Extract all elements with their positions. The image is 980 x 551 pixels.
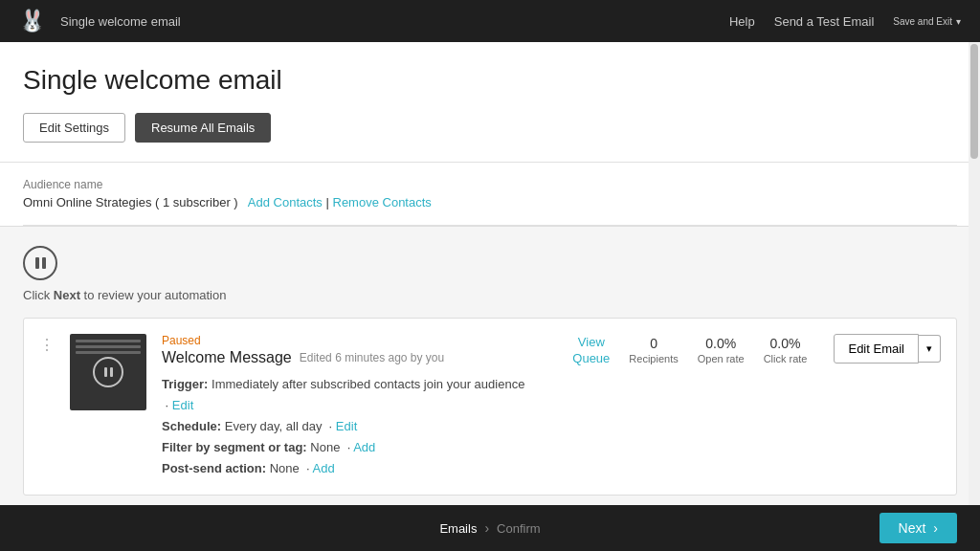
email-thumbnail (70, 334, 146, 410)
remove-contacts-link[interactable]: Remove Contacts (333, 195, 432, 209)
gray-section: Click Next to review your automation ⋮ (0, 226, 980, 515)
open-rate-value: 0.0% (698, 336, 745, 351)
scrollbar-thumb[interactable] (970, 44, 978, 159)
thumb-line (76, 345, 141, 348)
click-rate-stat: 0.0% Click rate (764, 336, 808, 364)
add-contacts-link[interactable]: Add Contacts (248, 195, 323, 209)
email-stats: ViewQueue 0 Recipients 0.0% Open rate 0.… (572, 334, 807, 365)
click-next-text: Click Next to review your automation (23, 288, 957, 302)
save-exit-button[interactable]: Save and Exit ▾ (893, 16, 961, 27)
audience-name: Omni Online Strategies ( 1 subscriber ) (23, 195, 238, 209)
click-rate-value: 0.0% (764, 336, 808, 351)
recipients-stat: 0 Recipients (629, 336, 678, 364)
save-exit-caret-icon: ▾ (956, 16, 961, 27)
filter-label: Filter by segment or tag: (162, 440, 307, 454)
bottom-bar: Emails › Confirm Next › (0, 505, 980, 515)
help-link[interactable]: Help (729, 14, 755, 29)
thumb-pause-overlay (93, 357, 123, 387)
trigger-value: Immediately after subscribed contacts jo… (212, 377, 524, 391)
mailchimp-logo-icon: 🐰 (19, 9, 45, 33)
thumb-line (76, 351, 141, 354)
email-name: Welcome Message (162, 349, 292, 366)
pause-bar-left (35, 257, 39, 269)
pause-bar-right (42, 257, 46, 269)
filter-row: Filter by segment or tag: None · Add (162, 437, 546, 458)
postsend-value: None (270, 461, 300, 475)
email-info: Paused Welcome Message Edited 6 minutes … (162, 334, 546, 479)
email-status-badge: Paused (162, 334, 546, 347)
page-title: Single welcome email (23, 65, 957, 96)
filter-value: None (310, 440, 340, 454)
main-content: Single welcome email Edit Settings Resum… (0, 42, 980, 515)
topnav-title: Single welcome email (60, 14, 181, 29)
email-meta: Trigger: Immediately after subscribed co… (162, 374, 546, 479)
schedule-value: Every day, all day (225, 419, 323, 433)
thumb-line (76, 340, 141, 342)
click-rate-label: Click rate (764, 353, 808, 364)
topnav-left: 🐰 Single welcome email (19, 9, 181, 33)
audience-section: Audience name Omni Online Strategies ( 1… (23, 163, 957, 226)
email-card: ⋮ Paused Welcome Me (23, 318, 957, 496)
postsend-label: Post-send action: (162, 461, 266, 475)
scrollbar-track (969, 42, 980, 505)
email-edited-text: Edited 6 minutes ago by you (300, 351, 444, 364)
audience-value: Omni Online Strategies ( 1 subscriber ) … (23, 195, 957, 209)
postsend-row: Post-send action: None · Add (162, 458, 546, 479)
view-queue-link[interactable]: ViewQueue (572, 335, 610, 365)
schedule-row: Schedule: Every day, all day · Edit (162, 416, 546, 437)
open-rate-stat: 0.0% Open rate (698, 336, 745, 364)
recipients-count: 0 (629, 336, 678, 351)
open-rate-label: Open rate (698, 353, 745, 364)
action-buttons: Edit Settings Resume All Emails (23, 113, 957, 143)
edit-email-button[interactable]: Edit Email (834, 334, 919, 364)
topnav: 🐰 Single welcome email Help Send a Test … (0, 0, 980, 42)
edit-email-button-group: Edit Email ▾ (834, 334, 941, 364)
edit-email-caret-button[interactable]: ▾ (919, 335, 941, 363)
pipe-separator: | (326, 195, 333, 209)
postsend-add-link[interactable]: Add (313, 461, 335, 475)
audience-label: Audience name (23, 178, 957, 191)
schedule-label: Schedule: (162, 419, 221, 433)
pause-icon[interactable] (23, 246, 57, 280)
edit-settings-button[interactable]: Edit Settings (23, 113, 125, 143)
trigger-edit-link[interactable]: Edit (172, 398, 193, 412)
drag-handle-icon[interactable]: ⋮ (39, 334, 55, 353)
trigger-row: Trigger: Immediately after subscribed co… (162, 374, 546, 416)
send-test-email-link[interactable]: Send a Test Email (774, 14, 875, 29)
trigger-label: Trigger: (162, 377, 208, 391)
topnav-right: Help Send a Test Email Save and Exit ▾ (729, 14, 961, 29)
next-button[interactable]: Next › (880, 513, 957, 515)
view-queue-stat: ViewQueue (572, 334, 610, 365)
email-name-row: Welcome Message Edited 6 minutes ago by … (162, 349, 546, 366)
resume-all-emails-button[interactable]: Resume All Emails (135, 113, 271, 143)
filter-add-link[interactable]: Add (353, 440, 375, 454)
schedule-edit-link[interactable]: Edit (336, 419, 357, 433)
recipients-label: Recipients (629, 353, 678, 364)
